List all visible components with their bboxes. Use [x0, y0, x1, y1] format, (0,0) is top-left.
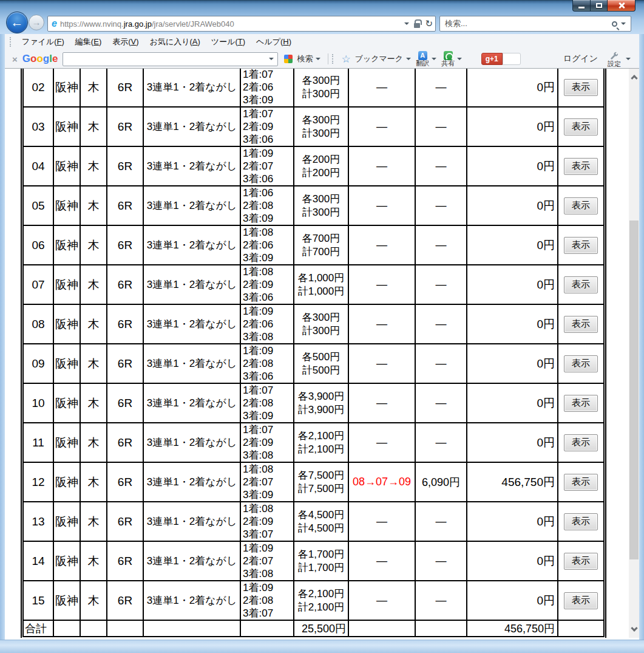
totals-row: 合計 25,500円 456,750円 — [23, 620, 604, 637]
display-button[interactable]: 表示 — [564, 395, 598, 412]
cell-places: 1着:07 2着:09 3着:06 — [240, 107, 294, 146]
vertical-scrollbar[interactable] — [629, 69, 639, 638]
cell-bet-type: 3連単1・2着ながし — [143, 107, 240, 146]
table-row: 15 阪神 木 6R 3連単1・2着ながし 1着:09 2着:08 3着:07 — [23, 581, 604, 620]
cell-bet-type: 3連単1・2着ながし — [143, 383, 240, 423]
cell-places: 1着:07 2着:06 3着:09 — [240, 69, 294, 107]
cell-places: 1着:06 2着:08 3着:09 — [240, 186, 294, 225]
forward-button[interactable]: → — [29, 15, 44, 30]
cell-day: 木 — [80, 541, 107, 581]
cell-refund: 456,750円 — [467, 462, 558, 502]
cell-race: 6R — [107, 265, 143, 304]
cell-venue: 阪神 — [53, 69, 80, 107]
display-button[interactable]: 表示 — [564, 79, 598, 96]
cell-venue: 阪神 — [53, 462, 80, 502]
cell-day: 木 — [80, 107, 107, 146]
search-dropdown-icon[interactable] — [621, 22, 626, 25]
toolbar-close-icon[interactable]: × — [12, 54, 18, 64]
menu-item[interactable]: ファイル(F) — [16, 35, 70, 49]
cell-payout: — — [415, 383, 467, 423]
cell-places: 1着:09 2着:06 3着:08 — [240, 304, 294, 344]
translate-dropdown-icon[interactable] — [432, 58, 436, 60]
cell-refund: 0円 — [467, 344, 558, 383]
display-button[interactable]: 表示 — [564, 316, 598, 333]
cell-payout: 6,090円 — [415, 462, 467, 502]
cell-day: 木 — [80, 69, 107, 107]
display-button[interactable]: 表示 — [564, 553, 598, 570]
cell-action: 表示 — [558, 581, 604, 620]
menu-item[interactable]: 編集(E) — [70, 35, 107, 49]
maximize-button[interactable] — [591, 0, 608, 12]
toolbar-search-input[interactable] — [63, 52, 278, 66]
cell-result: — — [348, 225, 415, 265]
plus-one-button[interactable]: g+1 — [481, 53, 503, 65]
back-button[interactable]: ← — [6, 12, 28, 33]
window-controls — [572, 0, 636, 12]
menu-item[interactable]: ヘルプ(H) — [251, 35, 297, 49]
menu-item[interactable]: 表示(V) — [107, 35, 144, 49]
toolbar-search-dropdown-icon[interactable] — [269, 58, 274, 60]
maximize-icon — [596, 3, 602, 8]
cell-day: 木 — [80, 186, 107, 225]
url-dropdown-icon[interactable] — [404, 22, 409, 25]
cell-race: 6R — [107, 581, 143, 620]
refresh-icon[interactable]: ↻ — [425, 18, 433, 29]
cell-race: 6R — [107, 69, 143, 107]
google-logo: Google — [22, 53, 58, 65]
toolbar-search-button[interactable]: 検索 — [297, 53, 313, 64]
share-button[interactable]: 共有 — [441, 51, 455, 67]
cell-refund: 0円 — [467, 107, 558, 146]
cell-result: — — [348, 423, 415, 462]
close-icon — [618, 2, 625, 9]
cell-amounts: 各700円 計700円 — [294, 225, 348, 265]
cell-action: 表示 — [558, 304, 604, 344]
settings-dropdown-icon[interactable] — [626, 58, 631, 60]
cell-row-number: 14 — [23, 541, 53, 581]
cell-payout: — — [415, 502, 467, 541]
cell-result: — — [348, 581, 415, 620]
cell-refund: 0円 — [467, 383, 558, 423]
display-button[interactable]: 表示 — [564, 118, 598, 135]
cell-day: 木 — [80, 581, 107, 620]
translate-button[interactable]: A 翻訳 — [416, 51, 429, 67]
cell-day: 木 — [80, 265, 107, 304]
scroll-down-button[interactable] — [629, 622, 639, 638]
bookmarks-dropdown-icon[interactable] — [406, 58, 411, 60]
login-button[interactable]: ログイン — [563, 53, 598, 64]
display-button[interactable]: 表示 — [564, 276, 598, 293]
address-bar[interactable]: e https://www.nvinq.jra.go.jp/jra/servle… — [47, 16, 436, 32]
search-options-dropdown-icon[interactable] — [316, 58, 320, 60]
scroll-up-button[interactable] — [629, 69, 639, 84]
menu-item[interactable]: ツール(T) — [206, 35, 251, 49]
share-dropdown-icon[interactable] — [457, 58, 462, 60]
browser-search-box[interactable]: 検索... — [439, 16, 631, 32]
display-button[interactable]: 表示 — [564, 158, 598, 175]
menu-item[interactable]: お気に入り(A) — [144, 35, 206, 49]
scrollbar-thumb[interactable] — [629, 221, 639, 559]
url-scheme: https://www.nvinq. — [60, 19, 124, 29]
display-button[interactable]: 表示 — [564, 513, 598, 530]
search-icon[interactable] — [612, 21, 617, 27]
display-button[interactable]: 表示 — [564, 592, 598, 609]
cell-refund: 0円 — [467, 146, 558, 186]
close-button[interactable] — [608, 0, 636, 12]
display-button[interactable]: 表示 — [564, 434, 598, 451]
cell-refund: 0円 — [467, 265, 558, 304]
display-button[interactable]: 表示 — [564, 237, 598, 254]
chevron-up-icon — [631, 75, 637, 81]
minimize-button[interactable] — [572, 0, 591, 12]
display-button[interactable]: 表示 — [564, 474, 598, 491]
cell-row-number: 02 — [23, 69, 53, 107]
display-button[interactable]: 表示 — [564, 197, 598, 214]
cell-action: 表示 — [558, 383, 604, 423]
cell-row-number: 08 — [23, 304, 53, 344]
bookmark-star-icon[interactable]: ☆ — [341, 53, 350, 66]
settings-button[interactable]: 設定 — [608, 51, 621, 67]
cell-places: 1着:07 2着:09 3着:08 — [240, 423, 294, 462]
cell-action: 表示 — [558, 541, 604, 581]
cell-row-number: 07 — [23, 265, 53, 304]
display-button[interactable]: 表示 — [564, 355, 598, 372]
ie-page-icon: e — [52, 18, 57, 29]
bookmarks-button[interactable]: ブックマーク — [355, 53, 404, 64]
cell-bet-type: 3連単1・2着ながし — [143, 146, 240, 186]
